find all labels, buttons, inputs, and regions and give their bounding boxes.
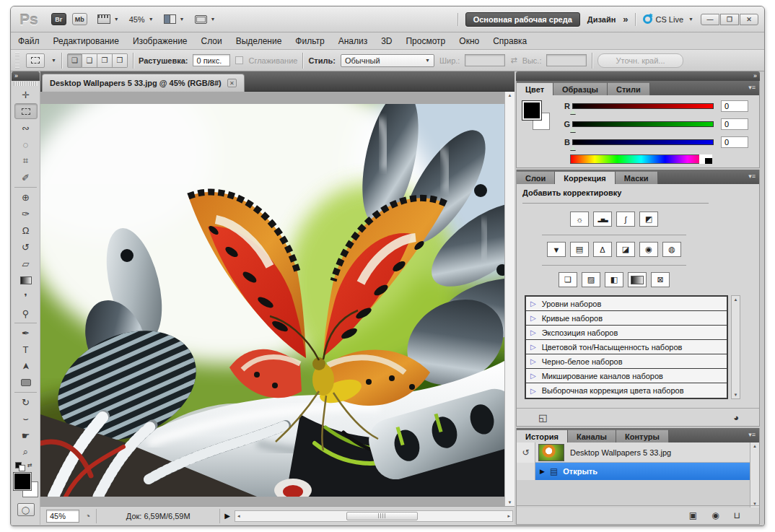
workspace-design-button[interactable]: Дизайн [587, 15, 616, 24]
menu-layers[interactable]: Слои [201, 36, 222, 46]
menu-select[interactable]: Выделение [236, 36, 282, 46]
dock-collapse-button[interactable]: » [516, 71, 760, 81]
history-scrollbar[interactable]: ▲ ▼ [750, 442, 759, 507]
swap-colors-icon[interactable]: ⇄ [27, 462, 32, 471]
rectangular-marquee-tool[interactable] [14, 103, 38, 119]
minimize-button[interactable]: — [701, 14, 719, 25]
add-selection-button[interactable]: ❑ [82, 53, 97, 68]
color-ramp[interactable] [570, 154, 712, 164]
pen-tool[interactable]: ✒ [14, 325, 38, 341]
close-icon[interactable]: ✕ [227, 79, 237, 87]
view-extras-button[interactable]: ▼ [97, 14, 119, 24]
scroll-up-icon[interactable]: ▲ [734, 297, 738, 302]
brush-tool[interactable]: ✑ [14, 206, 38, 222]
shape-tool[interactable] [14, 375, 38, 391]
refine-edge-button[interactable]: Уточн. край... [597, 53, 683, 68]
panel-menu-icon[interactable]: ▾≡ [748, 431, 756, 438]
exposure-icon[interactable]: ◩ [639, 212, 658, 227]
history-source-well[interactable] [517, 463, 535, 480]
new-document-from-state-icon[interactable]: ▣ [689, 510, 697, 520]
list-item[interactable]: ▷Экспозиция наборов [526, 326, 727, 340]
disclosure-triangle-icon[interactable]: ▷ [530, 328, 536, 336]
feather-input[interactable]: 0 пикс. [193, 54, 230, 66]
menu-help[interactable]: Справка [493, 36, 527, 46]
scroll-left-icon[interactable]: ◂ [237, 513, 240, 519]
screen-mode-button[interactable]: ▼ [195, 15, 216, 24]
intersect-selection-button[interactable]: ❒ [113, 53, 128, 68]
tools-grip[interactable] [14, 82, 38, 86]
red-slider[interactable] [572, 103, 714, 109]
scroll-up-icon[interactable]: ▲ [753, 444, 757, 448]
history-state-row-selected[interactable]: ▶ ▤ Открыть [517, 463, 750, 480]
disclosure-triangle-icon[interactable]: ▷ [530, 343, 536, 351]
channel-mixer-icon[interactable]: ◍ [662, 242, 681, 257]
menu-view[interactable]: Просмотр [406, 36, 445, 46]
history-brush-source-icon[interactable]: ↺ [517, 442, 535, 463]
document-tab[interactable]: Desktop Wallpapers 5 33.jpg @ 45% (RGB/8… [42, 74, 245, 92]
delete-state-icon[interactable]: ⊔ [734, 510, 740, 520]
eyedropper-tool[interactable]: ✐ [14, 170, 38, 186]
status-drive-icon[interactable]: ◔ [85, 511, 90, 521]
tab-channels[interactable]: Каналы [568, 429, 616, 442]
scroll-down-icon[interactable]: ▼ [508, 500, 512, 505]
menu-file[interactable]: Файл [18, 36, 40, 46]
lasso-tool[interactable]: ∾ [14, 120, 38, 136]
blue-value-input[interactable]: 0 [721, 136, 748, 148]
presets-scrollbar[interactable]: ▲ ▼ [731, 295, 740, 399]
foreground-color-swatch[interactable] [522, 101, 541, 120]
tab-history[interactable]: История [517, 429, 568, 442]
scroll-right-icon[interactable]: ▸ [507, 513, 510, 519]
green-value-input[interactable]: 0 [721, 118, 748, 130]
spot-healing-tool[interactable]: ⊕ [14, 189, 38, 205]
photo-filter-icon[interactable]: ◉ [639, 242, 658, 257]
tools-collapse-button[interactable]: » [12, 71, 40, 81]
quick-mask-button[interactable]: ◯ [17, 503, 35, 516]
invert-icon[interactable]: ❏ [559, 272, 577, 287]
vibrance-icon[interactable]: ▼ [547, 242, 566, 257]
tab-styles[interactable]: Стили [608, 82, 650, 95]
menu-3d[interactable]: 3D [381, 36, 392, 46]
scroll-down-icon[interactable]: ▼ [734, 393, 738, 397]
hue-saturation-icon[interactable]: ▤ [570, 242, 589, 257]
width-input[interactable] [465, 54, 505, 66]
black-white-icon[interactable]: ◪ [616, 242, 635, 257]
color-balance-icon[interactable]: Δ [593, 242, 612, 257]
launch-minibridge-button[interactable]: Mb [72, 13, 87, 25]
antialias-checkbox[interactable] [235, 56, 243, 64]
height-input[interactable] [546, 54, 587, 66]
scroll-up-icon[interactable]: ▲ [508, 93, 512, 97]
subtract-selection-button[interactable]: ❐ [97, 53, 113, 68]
canvas[interactable] [40, 92, 504, 506]
panel-menu-icon[interactable]: ▾≡ [748, 84, 756, 91]
zoom-tool[interactable]: ⌕ [14, 444, 38, 460]
blue-slider[interactable] [572, 139, 714, 145]
brightness-contrast-icon[interactable]: ☼ [570, 212, 589, 227]
tab-paths[interactable]: Контуры [616, 429, 669, 442]
expanded-view-icon[interactable]: ◱ [538, 412, 547, 423]
tool-preset-picker[interactable] [26, 53, 45, 68]
slider-marker-icon[interactable] [570, 107, 576, 114]
tab-color[interactable]: Цвет [517, 82, 553, 95]
panel-menu-icon[interactable]: ▾≡ [748, 173, 756, 180]
horizontal-scrollbar[interactable]: ◂ ▸ [235, 510, 513, 522]
3d-rotate-tool[interactable]: ↻ [14, 394, 38, 410]
default-colors-button[interactable]: ⇄ [15, 462, 37, 471]
crop-tool[interactable]: ⌗ [14, 153, 38, 169]
menu-edit[interactable]: Редактирование [53, 36, 119, 46]
list-item[interactable]: ▷Цветовой тон/Насыщенность наборов [526, 340, 727, 354]
threshold-icon[interactable]: ◧ [605, 272, 623, 287]
slider-marker-icon[interactable] [570, 143, 576, 150]
style-select[interactable]: Обычный ▼ [341, 54, 434, 67]
selective-color-icon[interactable]: ⊠ [651, 272, 670, 287]
clone-stamp-tool[interactable]: Ω [14, 222, 38, 238]
history-snapshot-row[interactable]: ↺ Desktop Wallpapers 5 33.jpg [517, 442, 750, 463]
disclosure-triangle-icon[interactable]: ▷ [530, 387, 536, 395]
green-slider[interactable] [572, 121, 714, 127]
tab-masks[interactable]: Маски [616, 171, 658, 184]
workspace-essentials-button[interactable]: Основная рабочая среда [465, 12, 580, 27]
tab-swatches[interactable]: Образцы [553, 82, 608, 95]
disclosure-triangle-icon[interactable]: ▷ [530, 357, 536, 365]
disclosure-triangle-icon[interactable]: ▷ [530, 314, 536, 322]
cs-live-button[interactable]: ✱ CS Live ▼ [643, 14, 693, 24]
status-zoom-input[interactable]: 45% [46, 510, 79, 523]
